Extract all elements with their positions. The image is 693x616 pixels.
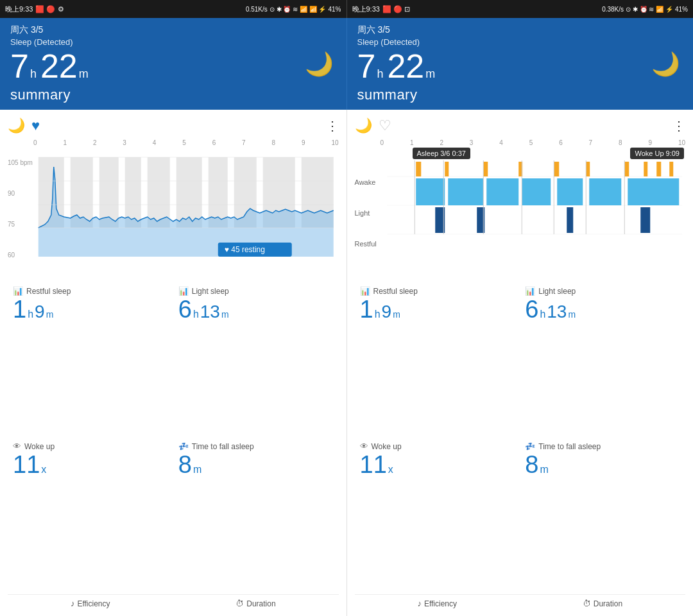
duration-label-left: ⏱ Duration — [235, 599, 275, 608]
speed-left: 0.51K/s — [246, 6, 268, 13]
stat-restful-right: 📊 Restful sleep 1 h 9 m — [355, 282, 520, 438]
svg-rect-38 — [567, 207, 573, 233]
sleep-chart-area: Asleep 3/6 0:37 Woke Up 9:09 Awake Light… — [355, 148, 686, 276]
heart-icon-right: ♡ — [379, 117, 391, 134]
svg-rect-35 — [628, 178, 679, 205]
light-m-left: 13 — [200, 303, 220, 321]
light-hu-right: h — [540, 309, 545, 320]
svg-rect-19 — [416, 162, 421, 176]
hr-chart-svg: ♥ 45 resting — [33, 148, 339, 266]
svg-rect-24 — [586, 162, 590, 176]
fall-u-right: m — [540, 464, 548, 475]
summary-label-right: summary — [357, 87, 683, 103]
light-h-right: 6 — [525, 297, 538, 321]
app-icons-right: 🟥 🔴 ⊡ — [382, 5, 410, 13]
svg-rect-27 — [656, 162, 661, 176]
woke-u-left: x — [41, 464, 46, 475]
fall-n-left: 8 — [178, 452, 192, 477]
svg-rect-20 — [445, 162, 449, 176]
status-bar-right: 晚上9:33 🟥 🔴 ⊡ 0.38K/s ⊙ ✱ ⏰ ≋ 📶 ⚡ 41% — [347, 0, 694, 18]
light-m-right: 13 — [547, 303, 567, 321]
woke-n-left: 11 — [13, 452, 40, 477]
bottom-labels-left: ♪ Efficiency ⏱ Duration — [8, 594, 339, 611]
stat-label-restful-left: Restful sleep — [26, 287, 71, 296]
stat-label-light-left: Light sleep — [192, 287, 229, 296]
stats-grid-right: 📊 Restful sleep 1 h 9 m 📊 Light sleep 6 — [355, 282, 686, 593]
sleep-chart-svg — [384, 148, 686, 266]
efficiency-label-right: ♪ Efficiency — [417, 599, 457, 608]
stat-label-restful-right: Restful sleep — [373, 287, 418, 296]
header-detected-right: Sleep (Detected) — [357, 37, 683, 47]
light-hu-left: h — [193, 309, 199, 320]
header-panel-right: 周六 3/5 Sleep (Detected) 7 h 22 m 🌙 summa… — [346, 18, 694, 110]
status-bars: 晚上9:33 🟥 🔴 ⚙ 0.51K/s ⊙ ✱ ⏰ ≋ 📶 📶 ⚡ 41% 晚… — [0, 0, 693, 18]
tooltip-asleep: Asleep 3/6 0:37 — [413, 148, 470, 159]
stat-label-fall-right: Time to fall asleep — [538, 442, 601, 451]
restful-h-left: 1 — [13, 297, 26, 321]
zzz-icon-left: 💤 — [178, 441, 189, 451]
restful-mu-left: m — [46, 309, 54, 320]
panel-right-icons: 🌙 ♡ ⋮ — [355, 117, 686, 134]
battery-right: 41% — [675, 6, 688, 13]
axis-numbers-right: 0 1 2 3 4 5 6 7 8 9 10 — [355, 139, 686, 146]
restful-label: Restful — [355, 241, 377, 248]
header-date-right: 周六 3/5 — [357, 24, 683, 36]
bars-icon-restful-left: 📊 — [13, 286, 23, 296]
duration-h-label-right: h — [377, 67, 383, 81]
panel-right: 🌙 ♡ ⋮ 0 1 2 3 4 5 6 7 8 9 10 Asleep 3/6 … — [347, 110, 694, 616]
svg-rect-32 — [522, 178, 551, 205]
duration-mins-left: 22 — [40, 49, 78, 83]
duration-icon-right: ⏱ — [583, 599, 591, 608]
svg-rect-23 — [554, 162, 559, 176]
stat-label-woke-left: Woke up — [24, 442, 55, 451]
duration-h-label-left: h — [30, 67, 37, 81]
bars-icon-light-left: 📊 — [178, 286, 189, 296]
bars-icon-light-right: 📊 — [525, 286, 535, 296]
duration-m-label-left: m — [79, 67, 89, 81]
svg-rect-33 — [557, 178, 583, 205]
hr-chart-area: 105 bpm 90 75 60 — [8, 148, 339, 276]
svg-rect-25 — [624, 162, 629, 176]
restful-hu-left: h — [28, 309, 33, 320]
light-mu-right: m — [568, 309, 576, 320]
stat-woke-right: 👁 Woke up 11 x — [355, 438, 520, 593]
header-date-left: 周六 3/5 — [10, 24, 336, 36]
svg-rect-26 — [644, 162, 647, 176]
duration-hours-left: 7 — [10, 49, 29, 83]
restful-hu-right: h — [375, 309, 381, 320]
stat-label-woke-right: Woke up — [372, 442, 402, 451]
svg-rect-31 — [486, 178, 518, 205]
svg-rect-30 — [448, 178, 483, 205]
duration-mins-right: 22 — [387, 49, 424, 83]
svg-rect-21 — [483, 162, 488, 176]
heart-icon-left: ♥ — [31, 117, 40, 134]
bars-icon-restful-right: 📊 — [360, 286, 370, 296]
light-mu-left: m — [221, 309, 229, 320]
svg-rect-34 — [589, 178, 621, 205]
moon-small-right: 🌙 — [355, 117, 372, 134]
panel-left-icons: 🌙 ♥ ⋮ — [8, 117, 339, 134]
speed-right: 0.38K/s — [602, 6, 624, 13]
stats-grid-left: 📊 Restful sleep 1 h 9 m 📊 Light sleep 6 — [8, 282, 339, 593]
stat-fallasleep-left: 💤 Time to fall asleep 8 m — [173, 438, 339, 593]
duration-hours-right: 7 — [357, 49, 376, 83]
efficiency-icon-right: ♪ — [417, 599, 422, 608]
light-label: Light — [355, 210, 377, 217]
panel-left: 🌙 ♥ ⋮ 0 1 2 3 4 5 6 7 8 9 10 105 bpm 90 … — [0, 110, 347, 616]
restful-mu-right: m — [393, 309, 400, 320]
header-duration-left: 7 h 22 m — [10, 49, 336, 83]
time-right: 晚上9:33 — [352, 4, 380, 14]
app-icons-left: 🟥 🔴 ⚙ — [35, 5, 64, 13]
stat-light-left: 📊 Light sleep 6 h 13 m — [173, 282, 339, 438]
moon-small-left: 🌙 — [8, 117, 25, 134]
light-h-left: 6 — [178, 297, 192, 321]
header-detected-left: Sleep (Detected) — [10, 37, 336, 47]
tooltip-woke: Woke Up 9:09 — [630, 148, 684, 159]
eye-icon-right: 👁 — [360, 441, 368, 451]
share-icon-left[interactable]: ⋮ — [326, 118, 339, 133]
share-icon-right[interactable]: ⋮ — [672, 118, 685, 133]
summary-label-left: summary — [10, 87, 336, 103]
moon-icon-right: 🌙 — [651, 51, 680, 78]
svg-rect-39 — [640, 207, 650, 233]
time-left: 晚上9:33 — [5, 4, 33, 14]
